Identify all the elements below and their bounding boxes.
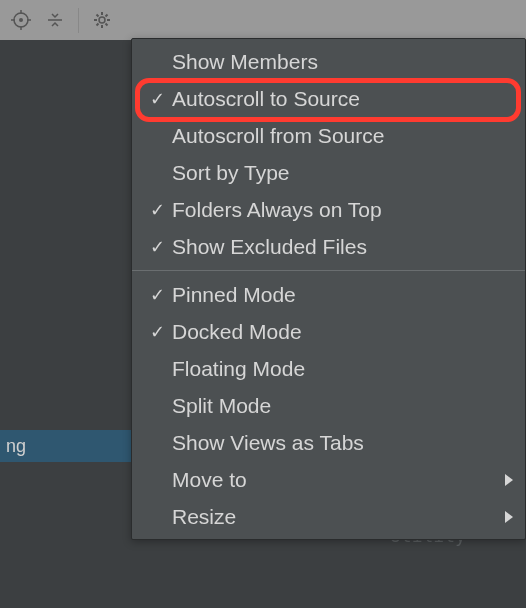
menu-item-label: Docked Mode (172, 320, 507, 344)
menu-item-split-mode[interactable]: Split Mode (132, 387, 525, 424)
menu-item-folders-always-on-top[interactable]: ✓Folders Always on Top (132, 191, 525, 228)
menu-item-label: Autoscroll to Source (172, 87, 507, 111)
menu-item-resize[interactable]: Resize (132, 498, 525, 535)
check-icon: ✓ (142, 321, 172, 343)
submenu-arrow-icon (505, 511, 513, 523)
menu-item-autoscroll-to-source[interactable]: ✓Autoscroll to Source (132, 80, 525, 117)
check-icon: ✓ (142, 284, 172, 306)
target-icon[interactable] (6, 5, 36, 35)
toolbar (0, 0, 526, 40)
menu-item-label: Show Members (172, 50, 507, 74)
svg-point-7 (99, 17, 105, 23)
menu-item-label: Autoscroll from Source (172, 124, 507, 148)
svg-point-1 (19, 18, 23, 22)
menu-item-floating-mode[interactable]: Floating Mode (132, 350, 525, 387)
toolbar-separator (78, 8, 79, 33)
menu-item-label: Split Mode (172, 394, 507, 418)
menu-item-show-members[interactable]: Show Members (132, 43, 525, 80)
menu-separator (132, 270, 525, 271)
menu-item-docked-mode[interactable]: ✓Docked Mode (132, 313, 525, 350)
menu-item-autoscroll-from-source[interactable]: Autoscroll from Source (132, 117, 525, 154)
menu-item-label: Show Views as Tabs (172, 431, 507, 455)
menu-item-label: Sort by Type (172, 161, 507, 185)
menu-item-pinned-mode[interactable]: ✓Pinned Mode (132, 276, 525, 313)
menu-item-label: Folders Always on Top (172, 198, 507, 222)
menu-item-sort-by-type[interactable]: Sort by Type (132, 154, 525, 191)
menu-item-move-to[interactable]: Move to (132, 461, 525, 498)
menu-item-show-excluded-files[interactable]: ✓Show Excluded Files (132, 228, 525, 265)
check-icon: ✓ (142, 236, 172, 258)
submenu-arrow-icon (505, 474, 513, 486)
menu-item-label: Move to (172, 468, 507, 492)
menu-item-label: Show Excluded Files (172, 235, 507, 259)
menu-item-label: Pinned Mode (172, 283, 507, 307)
selected-tree-item[interactable]: ng (0, 430, 140, 462)
menu-item-label: Resize (172, 505, 507, 529)
check-icon: ✓ (142, 88, 172, 110)
menu-item-show-views-as-tabs[interactable]: Show Views as Tabs (132, 424, 525, 461)
collapse-icon[interactable] (40, 5, 70, 35)
menu-item-label: Floating Mode (172, 357, 507, 381)
check-icon: ✓ (142, 199, 172, 221)
gear-icon[interactable] (87, 5, 117, 35)
context-menu: Show Members✓Autoscroll to SourceAutoscr… (131, 38, 526, 540)
